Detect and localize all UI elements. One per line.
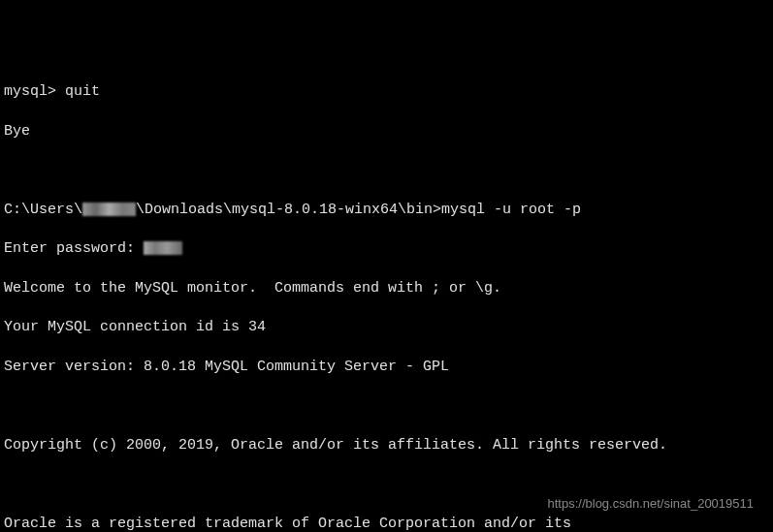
password-line: Enter password: bbox=[4, 239, 769, 259]
trademark-line1: Oracle is a registered trademark of Orac… bbox=[4, 515, 769, 533]
blank-line bbox=[4, 161, 769, 180]
censored-password bbox=[144, 241, 182, 255]
shell-path-prefix: C:\Users\ bbox=[4, 202, 82, 218]
welcome-line2: Your MySQL connection id is 34 bbox=[4, 318, 769, 337]
blank-line bbox=[4, 475, 769, 494]
command-quit: quit bbox=[65, 83, 100, 100]
enter-password-label: Enter password: bbox=[4, 240, 144, 257]
terminal-line: mysql> quit bbox=[4, 82, 769, 102]
shell-path-suffix: \Downloads\mysql-8.0.18-winx64\bin> bbox=[136, 202, 441, 218]
prompt: mysql> bbox=[4, 83, 65, 100]
output-bye: Bye bbox=[4, 122, 769, 141]
blank-line bbox=[4, 396, 769, 416]
shell-prompt-line: C:\Users\\Downloads\mysql-8.0.18-winx64\… bbox=[4, 201, 769, 220]
welcome-line3: Server version: 8.0.18 MySQL Community S… bbox=[4, 358, 769, 377]
watermark: https://blog.csdn.net/sinat_20019511 bbox=[548, 495, 755, 513]
copyright-line: Copyright (c) 2000, 2019, Oracle and/or … bbox=[4, 436, 769, 455]
censored-username bbox=[82, 203, 136, 216]
welcome-line1: Welcome to the MySQL monitor. Commands e… bbox=[4, 279, 769, 298]
shell-command: mysql -u root -p bbox=[441, 202, 581, 218]
